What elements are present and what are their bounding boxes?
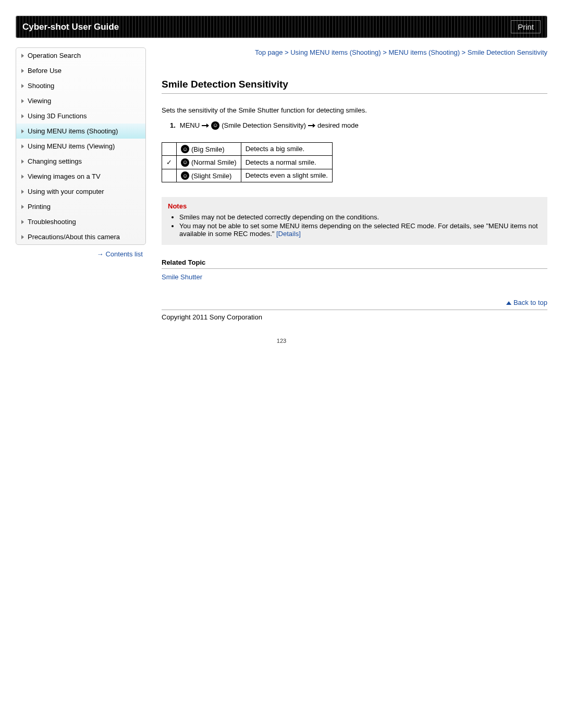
smile-icon: ☺: [181, 158, 189, 167]
related-topic-heading: Related Topic: [162, 258, 547, 269]
note-item: You may not be able to set some MENU ite…: [179, 222, 541, 238]
sidebar: Operation Search Before Use Shooting Vie…: [16, 47, 146, 321]
copyright-text: Copyright 2011 Sony Corporation: [162, 313, 547, 321]
arrow-right-icon: [308, 124, 315, 128]
notes-box: Notes Smiles may not be detected correct…: [162, 197, 547, 245]
check-cell: [162, 169, 177, 182]
table-row: ☺(Big Smile) Detects a big smile.: [162, 142, 333, 156]
page-number: 123: [0, 338, 563, 344]
option-desc: Detects a big smile.: [241, 142, 332, 156]
sidebar-item-printing[interactable]: Printing: [16, 199, 145, 214]
sidebar-item-viewing[interactable]: Viewing: [16, 93, 145, 108]
operation-step: 1. MENU ☺ (Smile Detection Sensitivity) …: [170, 121, 547, 130]
header-bar: Cyber-shot User Guide Print: [16, 16, 547, 38]
notes-heading: Notes: [168, 202, 541, 210]
intro-text: Sets the sensitivity of the Smile Shutte…: [162, 106, 547, 114]
sidebar-item-tv[interactable]: Viewing images on a TV: [16, 169, 145, 184]
sidebar-item-menu-shooting[interactable]: Using MENU items (Shooting): [16, 124, 145, 139]
page-title: Smile Detection Sensitivity: [162, 79, 547, 94]
breadcrumb-current: Smile Detection Sensitivity: [468, 48, 547, 56]
sidebar-item-changing-settings[interactable]: Changing settings: [16, 154, 145, 169]
breadcrumb-top[interactable]: Top page: [255, 48, 283, 56]
step-number: 1.: [170, 121, 176, 129]
details-link[interactable]: [Details]: [276, 230, 301, 238]
table-row: ✓ ☺(Normal Smile) Detects a normal smile…: [162, 156, 333, 169]
option-desc: Detects a normal smile.: [241, 156, 332, 169]
print-button[interactable]: Print: [511, 20, 541, 33]
sidebar-nav: Operation Search Before Use Shooting Vie…: [16, 47, 146, 245]
sidebar-item-3d-functions[interactable]: Using 3D Functions: [16, 108, 145, 124]
check-cell: ✓: [162, 156, 177, 169]
option-desc: Detects even a slight smile.: [241, 169, 332, 182]
sidebar-item-precautions[interactable]: Precautions/About this camera: [16, 229, 145, 244]
back-to-top-link[interactable]: Back to top: [162, 299, 547, 306]
breadcrumb: Top page > Using MENU items (Shooting) >…: [162, 47, 547, 58]
step-menu-label: MENU: [180, 121, 200, 129]
arrow-right-icon: [202, 124, 209, 128]
divider: [162, 310, 547, 310]
smile-icon: ☺: [181, 171, 189, 180]
main-content: Top page > Using MENU items (Shooting) >…: [162, 47, 547, 321]
sidebar-item-operation-search[interactable]: Operation Search: [16, 48, 145, 63]
sidebar-item-menu-viewing[interactable]: Using MENU items (Viewing): [16, 139, 145, 154]
breadcrumb-b[interactable]: MENU items (Shooting): [388, 48, 460, 56]
related-topic-link[interactable]: Smile Shutter: [162, 273, 202, 281]
option-label: (Normal Smile): [191, 158, 237, 166]
sidebar-item-shooting[interactable]: Shooting: [16, 78, 145, 93]
option-label: (Big Smile): [191, 145, 225, 153]
sidebar-item-before-use[interactable]: Before Use: [16, 63, 145, 78]
smile-icon: ☺: [181, 145, 189, 153]
arrow-right-icon: →: [96, 250, 103, 258]
sidebar-item-computer[interactable]: Using with your computer: [16, 184, 145, 199]
table-row: ☺(Slight Smile) Detects even a slight sm…: [162, 169, 333, 182]
sidebar-item-troubleshooting[interactable]: Troubleshooting: [16, 214, 145, 229]
contents-list-link[interactable]: →Contents list: [96, 250, 143, 258]
check-cell: [162, 142, 177, 156]
step-desired: desired mode: [317, 121, 359, 129]
smile-icon: ☺: [211, 121, 219, 130]
option-label: (Slight Smile): [191, 172, 231, 180]
note-item: Smiles may not be detected correctly dep…: [179, 213, 541, 221]
breadcrumb-a[interactable]: Using MENU items (Shooting): [290, 48, 381, 56]
options-table: ☺(Big Smile) Detects a big smile. ✓ ☺(No…: [162, 142, 333, 183]
header-title: Cyber-shot User Guide: [22, 22, 119, 32]
triangle-up-icon: [506, 301, 511, 305]
step-paren: (Smile Detection Sensitivity): [222, 121, 306, 129]
